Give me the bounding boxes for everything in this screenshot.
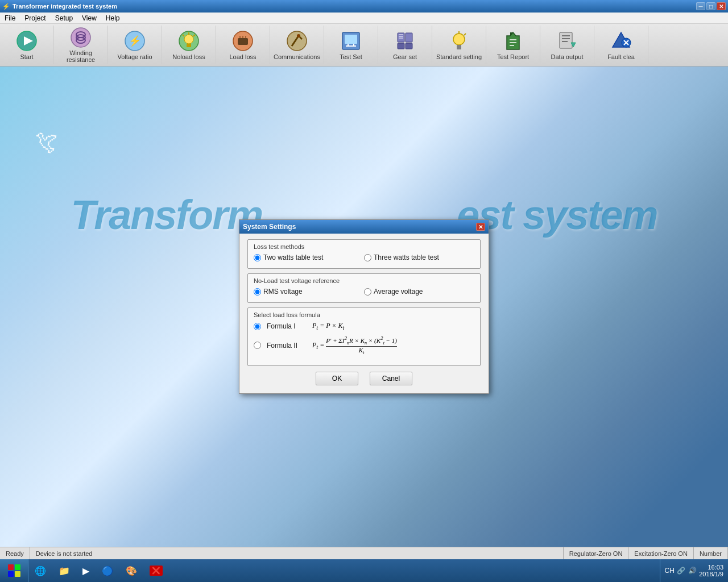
rms-voltage-label[interactable]: RMS voltage [263, 288, 303, 296]
cancel-button[interactable]: Canel [370, 372, 412, 385]
two-watts-radio[interactable] [254, 254, 261, 261]
formula1-radio[interactable] [254, 323, 261, 330]
toolbar-gearset[interactable]: Gear set [378, 26, 432, 64]
taskbar-app-ie[interactable]: 🌐 [30, 560, 51, 581]
load-formula-legend: Select load loss formula [251, 311, 474, 318]
two-watts-label[interactable]: Two watts table test [263, 253, 323, 261]
testset-label: Test Set [340, 53, 362, 60]
comm-icon [286, 30, 308, 52]
taskbar-app-media[interactable]: ▶ [77, 560, 94, 581]
formula2-label[interactable]: Formula II [267, 342, 307, 350]
svg-rect-15 [238, 38, 248, 45]
svg-point-22 [297, 34, 300, 38]
lang-indicator: CH [665, 566, 674, 575]
menu-help[interactable]: Help [101, 13, 125, 23]
svg-rect-31 [406, 43, 412, 49]
taskbar-app-folder[interactable]: 📁 [53, 560, 75, 581]
formula1-label[interactable]: Formula I [267, 322, 307, 330]
svg-point-9 [184, 35, 193, 44]
two-watts-row: Two watts table test [254, 253, 364, 261]
avg-voltage-label[interactable]: Average voltage [374, 288, 423, 296]
toolbar-loadloss[interactable]: Load loss [216, 26, 270, 64]
taskbar-app-x[interactable]: ❌ [144, 560, 168, 581]
dialog-overlay: System Settings ✕ Loss test methods Two … [0, 66, 728, 547]
rms-voltage-radio[interactable] [254, 288, 261, 296]
three-watts-label[interactable]: Three watts table test [374, 253, 439, 261]
blue-icon: 🔵 [102, 566, 113, 576]
toolbar-noload[interactable]: Noload loss [162, 26, 216, 64]
comm-label: Communications [274, 53, 320, 60]
loss-test-options: Two watts table test Three watts table t… [254, 253, 474, 263]
system-settings-dialog: System Settings ✕ Loss test methods Two … [239, 219, 489, 393]
taskbar-apps: 🌐 📁 ▶ 🔵 🎨 ❌ [28, 559, 660, 582]
menu-view[interactable]: View [77, 13, 101, 23]
toolbar-dataout[interactable]: Data output [540, 26, 594, 64]
status-number: Number [694, 547, 728, 559]
svg-rect-30 [398, 43, 404, 49]
status-device: Device is not started [30, 547, 564, 559]
testset-icon [340, 30, 362, 52]
start-icon [15, 30, 38, 52]
three-watts-radio[interactable] [364, 254, 371, 261]
ie-icon: 🌐 [35, 566, 46, 576]
stdset-label: Standard setting [436, 53, 482, 60]
menu-file[interactable]: File [0, 13, 20, 23]
voltage-label: Voltage ratio [117, 53, 152, 60]
loss-test-section: Loss test methods Two watts table test T… [247, 239, 481, 269]
formula2-radio[interactable] [254, 342, 261, 349]
svg-rect-29 [406, 33, 412, 42]
svg-rect-24 [345, 35, 357, 44]
dataout-label: Data output [551, 53, 584, 60]
avg-voltage-radio[interactable] [364, 288, 371, 296]
load-formula-section: Select load loss formula Formula I Pt = … [247, 307, 481, 365]
title-bar-left: ⚡ Transformer integrated test system [2, 3, 117, 10]
menu-project[interactable]: Project [20, 13, 50, 23]
toolbar-voltage[interactable]: ⚡ Voltage ratio [108, 26, 162, 64]
formula1-equation: Pt = P × Kt [312, 322, 344, 331]
ok-button[interactable]: OK [316, 372, 358, 385]
taskbar-right: CH 🔗 🔊 16:03 2018/1/9 [660, 559, 728, 582]
svg-point-19 [287, 31, 307, 51]
clock: 16:03 2018/1/9 [699, 564, 723, 577]
taskbar-app-blue[interactable]: 🔵 [97, 560, 118, 581]
status-bar: Ready Device is not started Regulator-Ze… [0, 547, 728, 559]
status-ready: Ready [0, 547, 30, 559]
toolbar-faultcl[interactable]: Fault clea [594, 26, 648, 64]
toolbar-testreport[interactable]: Test Report [486, 26, 540, 64]
loadloss-label: Load loss [229, 53, 256, 60]
toolbar-testset[interactable]: Test Set [324, 26, 378, 64]
dialog-close-button[interactable]: ✕ [476, 223, 485, 231]
close-button[interactable]: ✕ [717, 2, 726, 10]
svg-marker-39 [507, 32, 519, 49]
testreport-label: Test Report [497, 53, 529, 60]
svg-point-35 [453, 34, 465, 45]
loadloss-icon [231, 30, 254, 52]
dialog-title-bar: System Settings ✕ [239, 220, 489, 234]
svg-line-37 [464, 34, 466, 35]
minimize-button[interactable]: ─ [696, 2, 705, 10]
noload-icon [177, 30, 200, 52]
svg-rect-13 [187, 44, 191, 47]
voltage-icon: ⚡ [123, 30, 146, 52]
noload-ref-section: No-Load test voltage reference RMS volta… [247, 273, 481, 303]
start-orb[interactable] [0, 559, 28, 582]
dialog-body: Loss test methods Two watts table test T… [239, 234, 489, 393]
taskbar-app-paint[interactable]: 🎨 [121, 560, 142, 581]
maximize-button[interactable]: □ [706, 2, 715, 10]
toolbar-comm[interactable]: Communications [270, 26, 324, 64]
svg-text:⚡: ⚡ [129, 35, 142, 47]
dataout-icon [556, 30, 578, 52]
speaker-icon: 🔊 [688, 566, 697, 575]
status-regulator: Regulator-Zero ON [564, 547, 629, 559]
toolbar: Start Winding resistance ⚡ Voltage ratio [0, 24, 728, 66]
menu-setup[interactable]: Setup [51, 13, 77, 23]
app-icon: ⚡ [2, 3, 10, 10]
toolbar-winding[interactable]: Winding resistance [54, 26, 108, 64]
toolbar-stdset[interactable]: Standard setting [432, 26, 486, 64]
svg-rect-38 [457, 45, 461, 49]
dialog-buttons: OK Canel [247, 372, 481, 385]
title-bar-controls: ─ □ ✕ [696, 2, 726, 10]
toolbar-start[interactable]: Start [0, 26, 54, 64]
dialog-title: System Settings [243, 223, 296, 231]
app-title: Transformer integrated test system [13, 3, 117, 10]
